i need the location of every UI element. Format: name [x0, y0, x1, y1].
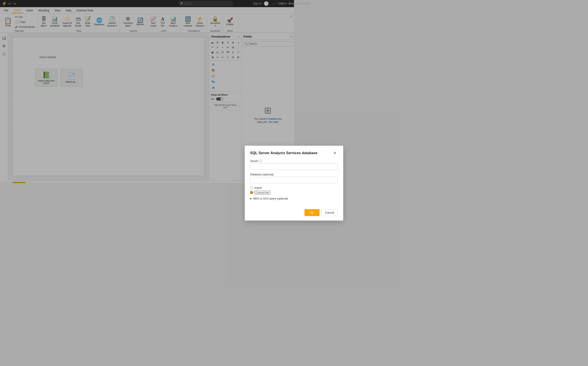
- database-input[interactable]: [250, 177, 294, 183]
- modal-header: SQL Server Analysis Services database ✕: [245, 146, 294, 160]
- server-label: Server i: [250, 160, 294, 163]
- server-info-icon: i: [259, 160, 262, 163]
- modal-body: Server i Database (optional) Import Co: [245, 160, 294, 183]
- modal-title: SQL Server Analysis Services database: [250, 151, 294, 155]
- server-form-group: Server i: [250, 160, 294, 170]
- database-label: Database (optional): [250, 173, 294, 176]
- database-form-group: Database (optional): [250, 173, 294, 183]
- database-label-text: Database (optional): [250, 173, 274, 176]
- server-input[interactable]: [250, 164, 294, 170]
- server-label-text: Server: [250, 160, 258, 163]
- modal-dialog: SQL Server Analysis Services database ✕ …: [245, 146, 294, 183]
- modal-overlay: SQL Server Analysis Services database ✕ …: [0, 0, 294, 183]
